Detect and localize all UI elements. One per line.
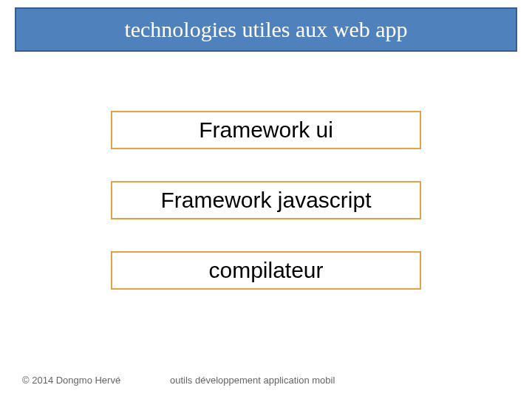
slide-title-text: technologies utiles aux web app [124,17,407,42]
list-item-label: Framework javascript [160,188,371,213]
footer-copyright: © 2014 Dongmo Hervé [22,375,120,386]
list-item-label: compilateur [208,258,323,283]
footer-center-text: outils développement application mobil [170,375,335,386]
list-item: compilateur [111,251,421,290]
list-item: Framework ui [111,111,421,149]
list-item-label: Framework ui [199,117,333,143]
list-item: Framework javascript [111,181,421,219]
slide-title: technologies utiles aux web app [15,7,517,52]
